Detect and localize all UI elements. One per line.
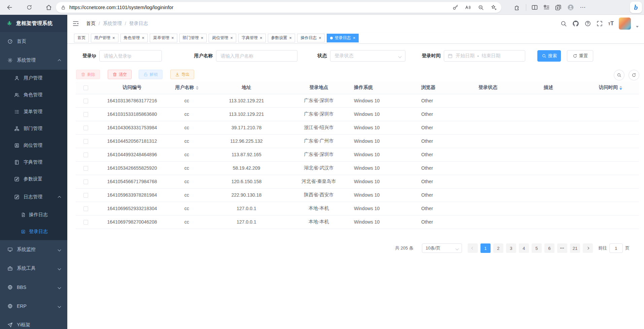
sidebar-item-user-mgmt[interactable]: 用户管理 — [0, 70, 67, 87]
close-icon[interactable] — [171, 36, 174, 40]
row-checkbox[interactable] — [83, 126, 88, 130]
help-icon[interactable] — [584, 20, 591, 27]
tab-dict-mgmt[interactable]: 字典管理 — [238, 34, 266, 42]
row-checkbox[interactable] — [83, 193, 88, 198]
delete-button[interactable]: 删除 — [76, 70, 100, 79]
sidebar-item-dict-mgmt[interactable]: 字典管理 — [0, 154, 67, 171]
browser-profile-icon[interactable] — [567, 3, 575, 11]
status-select[interactable]: 登录状态 — [330, 50, 405, 62]
close-icon[interactable] — [289, 36, 292, 40]
user-name-input[interactable] — [216, 50, 297, 62]
page-button-4[interactable]: 4 — [519, 243, 529, 253]
header-search-icon[interactable] — [560, 20, 567, 27]
sidebar-item-param-settings[interactable]: 参数设置 — [0, 171, 67, 188]
close-icon[interactable] — [230, 36, 233, 40]
login-ip-input[interactable] — [99, 50, 162, 62]
unlock-button[interactable]: 解锁 — [139, 70, 163, 79]
user-avatar[interactable] — [619, 18, 631, 30]
close-icon[interactable] — [260, 36, 262, 40]
select-all-checkbox[interactable] — [83, 86, 88, 90]
github-icon[interactable] — [572, 20, 579, 27]
sidebar-item-menu-mgmt[interactable]: 菜单管理 — [0, 103, 67, 120]
export-button[interactable]: 导出 — [170, 70, 194, 79]
row-checkbox[interactable] — [83, 206, 88, 211]
sidebar-collapse-icon[interactable] — [72, 20, 79, 27]
page-button-21[interactable]: 21 — [570, 243, 580, 253]
sidebar-item-role-mgmt[interactable]: 角色管理 — [0, 87, 67, 103]
sort-icon-active-desc[interactable] — [619, 86, 622, 90]
sidebar-item-home[interactable]: 首页 — [0, 32, 67, 51]
extensions-icon[interactable] — [514, 4, 521, 11]
row-checkbox[interactable] — [83, 112, 88, 117]
toggle-search-button[interactable] — [614, 70, 624, 80]
url-text[interactable]: https://ccnetcore.com:1101/system/log/lo… — [69, 5, 173, 10]
split-screen-icon[interactable] — [531, 4, 538, 11]
tab-user-mgmt[interactable]: 用户管理 — [91, 34, 118, 42]
tab-home[interactable]: 首页 — [74, 34, 89, 42]
address-bar[interactable]: https://ccnetcore.com:1101/system/log/lo… — [56, 2, 501, 13]
sidebar-item-log-mgmt[interactable]: 日志管理 — [0, 188, 67, 206]
page-button-1[interactable]: 1 — [480, 243, 491, 253]
copilot-bing-button[interactable]: b — [630, 2, 642, 13]
refresh-table-button[interactable] — [629, 70, 639, 80]
password-key-icon[interactable] — [452, 4, 458, 10]
browser-more-icon[interactable] — [580, 6, 586, 9]
sidebar-item-system-tools[interactable]: 系统工具 — [0, 259, 67, 278]
row-checkbox[interactable] — [83, 99, 88, 103]
row-checkbox[interactable] — [83, 153, 88, 157]
breadcrumb-home[interactable]: 首页 — [86, 21, 96, 27]
page-button-5[interactable]: 5 — [532, 243, 542, 253]
page-button-6[interactable]: 6 — [544, 243, 554, 253]
header-visit-time[interactable]: 访问时间 — [582, 81, 639, 94]
sidebar-item-operation-log[interactable]: 操作日志 — [0, 206, 67, 223]
read-aloud-icon[interactable] — [465, 4, 471, 10]
close-icon[interactable] — [353, 36, 356, 40]
browser-home-button[interactable] — [44, 2, 54, 12]
reset-button[interactable]: 重置 — [567, 50, 593, 62]
search-button[interactable]: 搜索 — [537, 50, 561, 62]
row-checkbox[interactable] — [83, 179, 88, 184]
close-icon[interactable] — [201, 36, 204, 40]
tab-dept-mgmt[interactable]: 部门管理 — [179, 34, 207, 42]
sidebar-item-system-mgmt[interactable]: 系统管理 — [0, 51, 67, 70]
close-icon[interactable] — [319, 36, 321, 40]
browser-refresh-button[interactable] — [24, 2, 34, 12]
sidebar-item-dept-mgmt[interactable]: 部门管理 — [0, 120, 67, 137]
page-button-2[interactable]: 2 — [493, 243, 503, 253]
sidebar-item-bbs[interactable]: BBS — [0, 278, 67, 297]
sidebar-item-post-mgmt[interactable]: 岗位管理 — [0, 137, 67, 154]
next-page-button[interactable] — [583, 243, 593, 253]
tab-operation-log[interactable]: 操作日志 — [297, 34, 325, 42]
sidebar-item-yi-framework[interactable]: Yi框架 — [0, 316, 67, 329]
page-size-select[interactable]: 10条/页 — [422, 243, 462, 253]
browser-back-button[interactable] — [5, 2, 15, 12]
collections-icon[interactable] — [555, 4, 562, 11]
tab-login-log[interactable]: 登录日志 — [327, 34, 359, 42]
fullscreen-icon[interactable] — [596, 20, 603, 27]
sidebar-item-system-monitor[interactable]: 系统监控 — [0, 240, 67, 259]
row-checkbox[interactable] — [83, 139, 88, 144]
header-user-name[interactable]: 用户名称 — [168, 81, 205, 94]
add-favorite-icon[interactable] — [491, 4, 497, 10]
tab-role-mgmt[interactable]: 角色管理 — [120, 34, 148, 42]
tab-param-settings[interactable]: 参数设置 — [268, 34, 295, 42]
prev-page-button[interactable] — [468, 243, 478, 253]
sidebar-item-login-log[interactable]: 登录日志 — [0, 223, 67, 240]
tab-post-mgmt[interactable]: 岗位管理 — [209, 34, 236, 42]
more-pages-icon[interactable]: ••• — [557, 243, 567, 253]
zoom-out-icon[interactable] — [478, 4, 484, 10]
breadcrumb-system-mgmt[interactable]: 系统管理 — [103, 21, 122, 27]
tab-menu-mgmt[interactable]: 菜单管理 — [150, 34, 177, 42]
row-checkbox[interactable] — [83, 220, 88, 225]
row-checkbox[interactable] — [83, 166, 88, 171]
close-icon[interactable] — [142, 36, 145, 40]
sidebar-item-erp[interactable]: ERP — [0, 297, 67, 316]
clear-button[interactable]: 清空 — [108, 70, 132, 79]
page-button-3[interactable]: 3 — [506, 243, 516, 253]
font-size-icon[interactable]: TT — [608, 21, 614, 27]
close-icon[interactable] — [112, 36, 115, 40]
favorites-icon[interactable] — [543, 4, 550, 11]
goto-page-input[interactable] — [609, 243, 623, 253]
sort-icon[interactable] — [196, 86, 199, 90]
date-range-picker[interactable]: 开始日期 - 结束日期 — [444, 50, 525, 62]
